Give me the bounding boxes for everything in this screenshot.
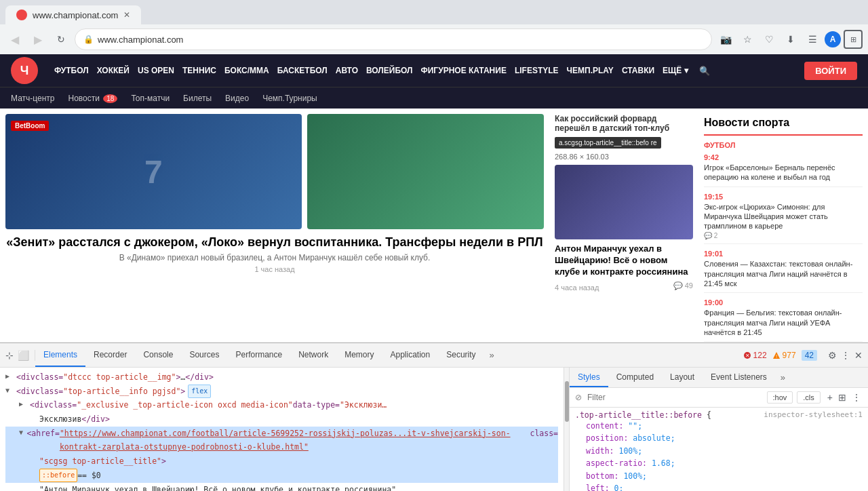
css-val-left[interactable]: 0;: [614, 484, 624, 491]
profile-button[interactable]: A: [825, 31, 841, 47]
html-line-6[interactable]: "Антон Миранчук уехал в Швейцарию! Всё о…: [5, 483, 558, 492]
info-count[interactable]: 42: [802, 350, 817, 361]
css-prop-aspect[interactable]: aspect-ratio:: [586, 458, 647, 468]
nav-basketball[interactable]: БАСКЕТБОЛ: [277, 66, 328, 75]
tab-close-button[interactable]: ✕: [123, 10, 130, 20]
nav-tennis[interactable]: ТЕННИС: [182, 66, 216, 75]
error-count[interactable]: ✕ 122: [743, 351, 767, 360]
expand-arrow-1[interactable]: ▶: [5, 370, 15, 382]
subnav-tournaments[interactable]: Чемп.Турниры: [262, 94, 317, 103]
nav-usopen[interactable]: US OPEN: [138, 66, 174, 75]
menu-icon[interactable]: ☰: [803, 30, 822, 49]
css-val-content[interactable]: "";: [628, 421, 642, 431]
nav-football[interactable]: ФУТБОЛ: [54, 66, 89, 75]
html-line-4b[interactable]: "scgsg top-article__title" >: [5, 454, 558, 469]
news-item-1[interactable]: 9:42 Игрок «Барселоны» Берналь перенёс о…: [704, 153, 863, 187]
nav-hockey[interactable]: ХОККЕЙ: [97, 66, 130, 75]
css-val-width[interactable]: 100%;: [618, 446, 642, 456]
settings-gear-button[interactable]: ⚙: [828, 350, 837, 361]
filter-bar: ⊘ :hov .cls + ⊞ ⋮: [570, 388, 868, 408]
css-val-aspect[interactable]: 1.68;: [652, 458, 675, 468]
html-line-1[interactable]: ▶ <div class= "dtccc top-article__img" >…: [5, 370, 558, 385]
css-prop-left[interactable]: left:: [586, 484, 610, 491]
download-icon[interactable]: ⬇: [781, 30, 800, 49]
html-ellipsis: …: [180, 370, 185, 385]
subnav-matchcenter[interactable]: Матч-центр: [11, 94, 55, 103]
nav-bets[interactable]: СТАВКИ: [622, 66, 654, 75]
close-devtools-button[interactable]: ✕: [854, 350, 863, 361]
heart-icon[interactable]: ♡: [760, 30, 778, 49]
tab-event-listeners[interactable]: Event Listeners: [703, 368, 775, 387]
css-content: inspector-stylesheet:1 .top-article__tit…: [570, 408, 868, 491]
tab-security[interactable]: Security: [438, 343, 484, 367]
filter-badge-cls[interactable]: .cls: [797, 391, 821, 404]
screenshot-icon[interactable]: 📷: [716, 30, 735, 49]
browser-tab[interactable]: www.championat.com ✕: [5, 5, 141, 24]
login-button[interactable]: ВОЙТИ: [804, 62, 857, 80]
nav-volleyball[interactable]: ВОЛЕЙБОЛ: [366, 66, 413, 75]
html-line-3[interactable]: ▶ <div class= "_exclusive _top-article-i…: [5, 398, 558, 412]
bookmark-icon[interactable]: ☆: [738, 30, 757, 49]
devtools-tabs-more[interactable]: »: [484, 350, 500, 360]
nav-auto[interactable]: АВТО: [336, 66, 358, 75]
css-val-bottom[interactable]: 100%;: [623, 471, 647, 481]
nav-figure-skating[interactable]: ФИГУРНОЕ КАТАНИЕ: [421, 66, 507, 75]
css-prop-width[interactable]: width:: [586, 446, 614, 456]
nav-more[interactable]: ЕЩЁ ▾: [663, 66, 688, 75]
nav-chempplay[interactable]: ЧЕМП.PLAY: [567, 66, 614, 75]
tab-elements[interactable]: Elements: [35, 343, 85, 367]
news-item-3[interactable]: 19:01 Словения — Казахстан: текстовая он…: [704, 250, 863, 293]
tab-network[interactable]: Network: [290, 343, 336, 367]
news-item-3-time: 19:01: [704, 250, 863, 258]
html-scroll-area[interactable]: ▶ <div class= "dtccc top-article__img" >…: [0, 368, 564, 491]
css-prop-bottom[interactable]: bottom:: [586, 471, 618, 481]
right-tabs-more[interactable]: »: [775, 368, 791, 387]
html-line-5[interactable]: ::before == $0: [5, 469, 558, 483]
more-options-button[interactable]: ⋮: [841, 350, 850, 361]
tab-application[interactable]: Application: [382, 343, 439, 367]
html-line-2[interactable]: ▼ <div class= "top-article__info pgjsd" …: [5, 385, 558, 399]
address-bar[interactable]: 🔒 www.championat.com: [75, 28, 712, 50]
tab-console[interactable]: Console: [135, 343, 181, 367]
html-scrollbar[interactable]: [564, 368, 569, 491]
css-val-position[interactable]: absolute;: [633, 433, 675, 443]
search-icon[interactable]: 🔍: [699, 66, 710, 76]
css-prop-position[interactable]: position:: [586, 433, 628, 443]
html-href-val[interactable]: "https://www.championat.com/football/art…: [60, 427, 530, 454]
back-button[interactable]: ◀: [5, 30, 24, 49]
subnav-video[interactable]: Видео: [225, 94, 249, 103]
tab-layout[interactable]: Layout: [662, 368, 703, 387]
nav-boxing[interactable]: БОКС/ММА: [224, 66, 269, 75]
html-line-3b[interactable]: Эксклюзив </div>: [5, 412, 558, 427]
extension-button[interactable]: ⊞: [844, 30, 863, 49]
news-item-4[interactable]: 19:00 Франция — Бельгия: текстовая онлай…: [704, 298, 863, 342]
html-scrollbar-thumb[interactable]: [565, 381, 569, 422]
tab-performance[interactable]: Performance: [227, 343, 290, 367]
css-prop-content[interactable]: content:: [586, 421, 623, 431]
reload-button[interactable]: ↻: [52, 30, 71, 49]
expand-arrow-4[interactable]: ▼: [19, 427, 25, 439]
tab-styles[interactable]: Styles: [570, 368, 608, 387]
tab-recorder[interactable]: Recorder: [85, 343, 135, 367]
expand-arrow-2[interactable]: ▼: [5, 385, 15, 397]
warning-count[interactable]: ! 977: [772, 351, 796, 360]
subnav-topmatches[interactable]: Топ-матчи: [131, 94, 170, 103]
filter-badge-hov[interactable]: :hov: [767, 391, 793, 404]
forward-button[interactable]: ▶: [28, 30, 47, 49]
tab-memory[interactable]: Memory: [336, 343, 382, 367]
tab-computed[interactable]: Computed: [608, 368, 662, 387]
filter-input[interactable]: [587, 393, 762, 402]
add-style-button[interactable]: +: [826, 391, 834, 404]
new-rule-button[interactable]: ⊞: [837, 391, 848, 404]
html-line-4[interactable]: ▼ <a href= "https://www.championat.com/f…: [5, 427, 558, 454]
element-picker-icon[interactable]: ⊹: [5, 350, 14, 361]
tab-sources[interactable]: Sources: [181, 343, 227, 367]
expand-arrow-3[interactable]: ▶: [19, 398, 28, 410]
nav-lifestyle[interactable]: LIFESTYLE: [515, 66, 559, 75]
device-toolbar-icon[interactable]: ⬜: [18, 350, 29, 361]
subnav-tickets[interactable]: Билеты: [183, 94, 212, 103]
more-styles-button[interactable]: ⋮: [850, 391, 863, 404]
subnav-news[interactable]: Новости 18: [68, 94, 118, 103]
css-selector[interactable]: .top-article__title::before: [575, 410, 702, 420]
news-item-2[interactable]: 19:15 Экс-игрок «Цюриха» Симонян: для Ми…: [704, 193, 863, 245]
